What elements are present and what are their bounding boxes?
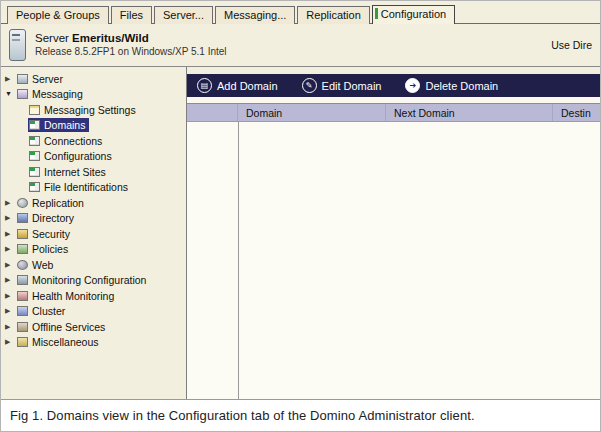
sidebar-item-label: Configurations: [44, 149, 112, 163]
twisty-collapsed-icon[interactable]: [5, 244, 16, 254]
edit-domain-button[interactable]: ✎ Edit Domain: [302, 78, 382, 93]
sidebar-item-label: Internet Sites: [44, 165, 106, 179]
health-icon: [17, 291, 28, 301]
sidebar-item-file-identifications[interactable]: File Identifications: [1, 180, 186, 196]
twisty-expanded-icon[interactable]: [5, 89, 16, 99]
sidebar-item-label: Health Monitoring: [32, 289, 114, 303]
sidebar-item-monitoring-configuration[interactable]: Monitoring Configuration: [1, 273, 186, 289]
delete-domain-button[interactable]: ➔ Delete Domain: [405, 78, 498, 93]
sidebar-item-label: Offline Services: [32, 320, 105, 334]
table-view-icon: [29, 136, 40, 146]
sidebar-item-label: Messaging: [32, 87, 83, 101]
sidebar-item-messaging-settings[interactable]: Messaging Settings: [1, 102, 186, 118]
tab-messaging[interactable]: Messaging...: [215, 6, 295, 24]
monitoring-icon: [17, 275, 28, 285]
tree-inner: Replication: [16, 196, 88, 210]
sidebar-item-cluster[interactable]: Cluster: [1, 304, 186, 320]
tree-inner: Internet Sites: [28, 165, 110, 179]
tree-inner: Cluster: [16, 304, 69, 318]
sidebar-item-policies[interactable]: Policies: [1, 242, 186, 258]
cluster-icon: [17, 306, 28, 316]
delete-domain-icon: ➔: [405, 78, 420, 93]
tab-server[interactable]: Server...: [154, 6, 213, 24]
sidebar-item-label: Replication: [32, 196, 84, 210]
add-domain-button[interactable]: ▤ Add Domain: [197, 78, 278, 93]
tab-people-groups[interactable]: People & Groups: [7, 6, 109, 24]
tree-inner: Monitoring Configuration: [16, 273, 150, 287]
tree-inner: Web: [16, 258, 57, 272]
sidebar-item-configurations[interactable]: Configurations: [1, 149, 186, 165]
twisty-collapsed-icon[interactable]: [5, 229, 16, 239]
sidebar-item-replication[interactable]: Replication: [1, 195, 186, 211]
tab-configuration[interactable]: Configuration: [372, 5, 455, 24]
server-title: Server Emeritus/Wild: [35, 32, 227, 45]
sidebar-item-label: Policies: [32, 242, 68, 256]
twisty-collapsed-icon[interactable]: [5, 322, 16, 332]
action-button-label: Edit Domain: [322, 80, 382, 92]
server-header: Server Emeritus/Wild Release 8.5.2FP1 on…: [1, 24, 600, 67]
table-view-icon: [29, 120, 40, 130]
twisty-collapsed-icon[interactable]: [5, 198, 16, 208]
column-header-marker[interactable]: [187, 104, 238, 121]
sidebar-item-security[interactable]: Security: [1, 226, 186, 242]
sidebar-item-health-monitoring[interactable]: Health Monitoring: [1, 288, 186, 304]
sidebar-item-label: Messaging Settings: [44, 103, 136, 117]
tree-inner: Offline Services: [16, 320, 109, 334]
twisty-collapsed-icon[interactable]: [5, 337, 16, 347]
server-tower-icon: [9, 29, 26, 61]
sidebar-item-miscellaneous[interactable]: Miscellaneous: [1, 335, 186, 351]
twisty-collapsed-icon[interactable]: [5, 291, 16, 301]
sidebar-item-label: Connections: [44, 134, 102, 148]
column-header-destination[interactable]: Destin: [553, 104, 600, 121]
caption-bar: Fig 1. Domains view in the Configuration…: [1, 400, 600, 431]
sidebar-item-web[interactable]: Web: [1, 257, 186, 273]
sidebar-item-server[interactable]: Server: [1, 71, 186, 87]
sidebar-item-offline-services[interactable]: Offline Services: [1, 319, 186, 335]
messaging-icon: [17, 89, 28, 99]
replication-icon: [17, 198, 28, 208]
sidebar-item-messaging[interactable]: Messaging: [1, 87, 186, 103]
tree-inner: Health Monitoring: [16, 289, 118, 303]
column-header-domain[interactable]: Domain: [238, 104, 386, 121]
tree-inner: Server: [16, 72, 67, 86]
web-icon: [17, 260, 28, 270]
twisty-collapsed-icon[interactable]: [5, 260, 16, 270]
sidebar-item-label: File Identifications: [44, 180, 128, 194]
sidebar-item-directory[interactable]: Directory: [1, 211, 186, 227]
sidebar-item-internet-sites[interactable]: Internet Sites: [1, 164, 186, 180]
domino-administrator-window: People & Groups Files Server... Messagin…: [1, 1, 600, 400]
table-view-icon: [29, 182, 40, 192]
main-panel: ▤ Add Domain ✎ Edit Domain ➔ Delete Doma…: [187, 67, 600, 399]
directory-icon: [17, 213, 28, 223]
sidebar-item-domains[interactable]: Domains: [1, 118, 186, 134]
sidebar-item-label: Web: [32, 258, 53, 272]
tree-inner: Miscellaneous: [16, 335, 103, 349]
edit-domain-icon: ✎: [302, 78, 317, 93]
table-view-icon: [29, 167, 40, 177]
tree-inner: Connections: [28, 134, 106, 148]
server-release: Release 8.5.2FP1 on Windows/XP 5.1 Intel: [35, 45, 227, 58]
twisty-collapsed-icon[interactable]: [5, 306, 16, 316]
figure-caption: Fig 1. Domains view in the Configuration…: [10, 408, 475, 423]
action-button-label: Delete Domain: [425, 80, 498, 92]
server-name: Emeritus/Wild: [72, 32, 149, 44]
twisty-collapsed-icon[interactable]: [5, 213, 16, 223]
domains-list[interactable]: [187, 122, 600, 399]
policies-icon: [17, 244, 28, 254]
content-row: Server Messaging Messaging Settings: [1, 67, 600, 399]
twisty-collapsed-icon[interactable]: [5, 74, 16, 84]
column-divider: [238, 122, 239, 399]
sidebar-item-connections[interactable]: Connections: [1, 133, 186, 149]
column-header-next-domain[interactable]: Next Domain: [386, 104, 553, 121]
tab-files[interactable]: Files: [111, 6, 152, 24]
tree-inner: Messaging Settings: [28, 103, 140, 117]
tree-inner: Policies: [16, 242, 72, 256]
misc-icon: [17, 337, 28, 347]
sidebar-item-label: Directory: [32, 211, 74, 225]
tab-replication[interactable]: Replication: [297, 6, 369, 24]
document-icon: [29, 105, 40, 115]
sidebar-item-label: Domains: [44, 118, 85, 132]
twisty-collapsed-icon[interactable]: [5, 275, 16, 285]
sidebar-item-label: Monitoring Configuration: [32, 273, 146, 287]
action-bar: ▤ Add Domain ✎ Edit Domain ➔ Delete Doma…: [187, 74, 600, 97]
